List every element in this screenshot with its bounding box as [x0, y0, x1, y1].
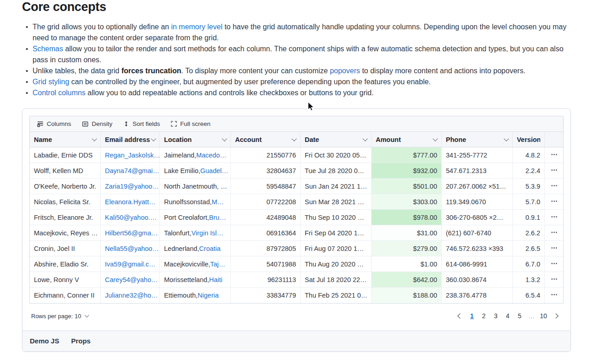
cell-name[interactable]: Labadie, Ernie DDS: [30, 147, 101, 163]
cell-phone[interactable]: 306-270-6805 ×2…: [442, 210, 513, 225]
cell-location[interactable]: Talonfurt, Virgin Isl…: [160, 225, 231, 240]
cell-amount[interactable]: $1.00: [372, 256, 442, 272]
text-link[interactable]: Schemas: [33, 45, 63, 53]
row-actions-button[interactable]: [549, 179, 559, 194]
country-link[interactable]: Haiti: [209, 276, 222, 283]
next-page-button[interactable]: [551, 310, 562, 321]
cell-date[interactable]: Sun Jan 24 2021 1…: [301, 179, 372, 194]
cell-location[interactable]: Ettiemouth, Nigeria: [160, 288, 231, 303]
country-link[interactable]: M…: [212, 198, 224, 206]
cell-location[interactable]: Lednerland, Croatia: [160, 241, 231, 256]
country-link[interactable]: Virgin Isl…: [192, 229, 224, 237]
cell-version[interactable]: 6.5.4: [513, 288, 545, 303]
country-link[interactable]: Nigeria: [197, 292, 219, 299]
cell-account[interactable]: 33834779: [231, 288, 301, 303]
cell-phone[interactable]: 119.349.0670: [442, 194, 513, 209]
cell-phone[interactable]: 614-086-9991: [442, 256, 513, 272]
columns-button[interactable]: Columns: [37, 121, 71, 127]
header-cell-account[interactable]: Account: [231, 132, 301, 147]
cell-email[interactable]: Iva59@gmail.c…: [101, 256, 160, 272]
cell-date[interactable]: Thu Sep 10 2020 …: [301, 210, 372, 225]
density-button[interactable]: Density: [82, 121, 112, 127]
cell-version[interactable]: 0.9.1: [513, 210, 545, 225]
header-cell-phone[interactable]: Phone: [442, 132, 513, 147]
page-number-4[interactable]: 4: [503, 310, 512, 321]
cell-account[interactable]: 96231113: [231, 272, 301, 287]
text-link[interactable]: popovers: [330, 67, 360, 75]
cell-phone[interactable]: 746.572.6233 ×393: [442, 241, 513, 256]
cell-date[interactable]: Thu Feb 25 2021 0…: [301, 288, 372, 303]
cell-name[interactable]: Lowe, Ronny V: [30, 272, 101, 287]
cell-date[interactable]: Fri Sep 04 2020 1…: [301, 225, 372, 240]
header-cell-location[interactable]: Location: [160, 132, 231, 147]
cell-version[interactable]: 5.7.0: [513, 194, 545, 209]
cell-email[interactable]: Kali50@yahoo.…: [101, 210, 160, 225]
cell-date[interactable]: Sat Jul 18 2020 22…: [301, 272, 372, 287]
row-actions-button[interactable]: [549, 288, 559, 303]
row-actions-button[interactable]: [549, 256, 559, 272]
country-link[interactable]: Croatia: [199, 245, 221, 252]
cell-email[interactable]: Nella55@yahoo…: [101, 241, 160, 256]
rows-per-page-button[interactable]: Rows per page: 10: [31, 313, 88, 320]
cell-amount[interactable]: $932.00: [372, 163, 442, 178]
cell-version[interactable]: 2.6.5: [513, 241, 545, 256]
header-cell-name[interactable]: Name: [30, 132, 101, 147]
row-actions-button[interactable]: [549, 225, 559, 240]
cell-email[interactable]: Carey54@yaho…: [101, 272, 160, 287]
cell-location[interactable]: Lake Emilio, Guadel…: [160, 163, 231, 178]
email-link[interactable]: Hilbert56@gma…: [105, 229, 158, 237]
cell-location[interactable]: Morissetteland, Haiti: [160, 272, 231, 287]
cell-location[interactable]: Jaimeland, Macedo…: [160, 147, 231, 163]
email-link[interactable]: Regan_Jaskolsk…: [105, 152, 160, 159]
country-link[interactable]: Macedo…: [196, 152, 226, 159]
page-number-1[interactable]: 1: [467, 310, 477, 321]
email-link[interactable]: Zaria19@yahoo…: [105, 183, 159, 190]
cell-email[interactable]: Dayna74@gmai…: [101, 163, 160, 178]
cell-version[interactable]: 6.7.0: [513, 256, 545, 272]
country-link[interactable]: Taj…: [210, 261, 225, 268]
page-number-5[interactable]: 5: [515, 310, 524, 321]
cell-amount[interactable]: $188.00: [372, 288, 442, 303]
email-link[interactable]: Eleanora.Hyatt…: [105, 198, 155, 206]
cell-amount[interactable]: $279.00: [372, 241, 442, 256]
row-actions-button[interactable]: [549, 163, 559, 178]
cell-phone[interactable]: (621) 607-6740: [442, 225, 513, 240]
cell-name[interactable]: Fritsch, Eleanore Jr.: [30, 210, 101, 225]
page-number-3[interactable]: 3: [491, 310, 500, 321]
text-link[interactable]: Control columns: [33, 89, 86, 97]
cell-date[interactable]: Tue Jul 28 2020 0…: [301, 163, 372, 178]
tab-demo-js[interactable]: Demo JS: [30, 337, 59, 346]
cell-email[interactable]: Eleanora.Hyatt…: [101, 194, 160, 209]
country-link[interactable]: Guadel…: [200, 167, 228, 174]
email-link[interactable]: Carey54@yaho…: [105, 276, 158, 283]
cell-phone[interactable]: 238.376.4778: [442, 288, 513, 303]
cell-account[interactable]: 07722208: [231, 194, 301, 209]
text-link[interactable]: in memory level: [171, 23, 222, 31]
page-number-10[interactable]: 10: [539, 310, 548, 321]
cell-version[interactable]: 2.2.4: [513, 163, 545, 178]
previous-page-button[interactable]: [454, 310, 465, 321]
cell-amount[interactable]: $303.00: [372, 194, 442, 209]
fullscreen-button[interactable]: Full screen: [171, 121, 210, 127]
email-link[interactable]: Kali50@yahoo.…: [105, 214, 157, 221]
cell-date[interactable]: Sun Mar 28 2021 …: [301, 194, 372, 209]
tab-props[interactable]: Props: [71, 337, 91, 346]
cell-phone[interactable]: 547.671.2313: [442, 163, 513, 178]
cell-version[interactable]: 4.8.2: [513, 147, 545, 163]
cell-name[interactable]: Macejkovic, Reyes …: [30, 225, 101, 240]
email-link[interactable]: Dayna74@gmai…: [105, 167, 159, 174]
cell-account[interactable]: 59548847: [231, 179, 301, 194]
cell-name[interactable]: Nicolas, Felicita Sr.: [30, 194, 101, 209]
header-cell-date[interactable]: Date: [301, 132, 372, 147]
cell-phone[interactable]: 360.030.8674: [442, 272, 513, 287]
cell-account[interactable]: 87972805: [231, 241, 301, 256]
cell-version[interactable]: 5.3.9: [513, 179, 545, 194]
header-cell-amount[interactable]: Amount: [372, 132, 442, 147]
cell-location[interactable]: Runolfssonstad, M…: [160, 194, 231, 209]
cell-location[interactable]: North Janetmouth, …: [160, 179, 231, 194]
cell-amount[interactable]: $777.00: [372, 147, 442, 163]
cell-location[interactable]: Macejkovicville, Taj…: [160, 256, 231, 272]
cell-phone[interactable]: 207.267.0062 ×51…: [442, 179, 513, 194]
cell-date[interactable]: Thu Aug 20 2020 …: [301, 256, 372, 272]
row-actions-button[interactable]: [549, 194, 559, 209]
